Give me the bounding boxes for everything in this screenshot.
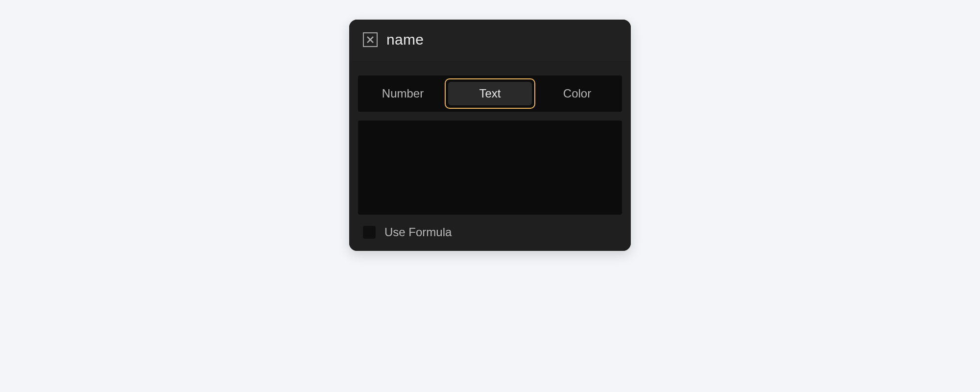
panel-body: Number Text Color Use Formula (349, 61, 631, 251)
panel-header: name (349, 20, 631, 61)
type-tabs: Number Text Color (358, 75, 622, 112)
use-formula-checkbox[interactable] (363, 226, 376, 239)
variable-icon (363, 32, 378, 47)
use-formula-label: Use Formula (384, 225, 452, 239)
footer-row: Use Formula (358, 215, 622, 251)
variable-panel: name Number Text Color Use Formula (349, 20, 631, 251)
panel-title: name (386, 31, 424, 48)
tab-active-highlight: Text (445, 78, 535, 109)
tab-number[interactable]: Number (361, 80, 445, 107)
value-input-area[interactable] (358, 121, 622, 215)
tab-text[interactable]: Text (448, 82, 532, 105)
tab-color[interactable]: Color (535, 80, 619, 107)
